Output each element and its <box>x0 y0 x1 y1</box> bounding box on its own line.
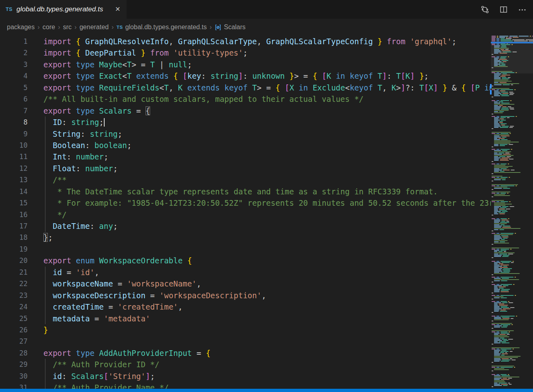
split-editor-icon[interactable] <box>499 5 508 14</box>
breadcrumb-separator: › <box>109 24 116 31</box>
code-line: * The DateTime scalar type represents da… <box>43 186 533 197</box>
text-cursor <box>104 118 105 127</box>
code-line: Float: number; <box>43 163 533 174</box>
code-line: export type Scalars = { <box>43 105 533 116</box>
code-line: }; <box>43 232 533 243</box>
code-line: workspaceDescription = 'workspaceDescrip… <box>43 290 533 301</box>
code-line: export type AddAuthProviderInput = { <box>43 347 533 359</box>
code-line <box>43 336 533 347</box>
code-line: createdTime = 'createdTime', <box>43 301 533 312</box>
breadcrumb-item-generated[interactable]: generated <box>80 24 109 31</box>
code-line: DateTime: any; <box>43 220 533 232</box>
tab-title: global.db.types.generated.ts <box>17 5 103 13</box>
typescript-file-icon: TS <box>6 6 13 12</box>
breadcrumb-separator: › <box>207 24 215 31</box>
breadcrumb-item-file[interactable]: TS global.db.types.generated.ts <box>116 24 206 31</box>
tab-bar: TS global.db.types.generated.ts ✕ <box>0 0 533 19</box>
breadcrumb-item-src[interactable]: src <box>63 24 71 31</box>
breadcrumb-separator: › <box>35 24 43 31</box>
code-line: export type Maybe<T> = T | null; <box>43 59 533 70</box>
breadcrumb-file-label: global.db.types.generated.ts <box>125 24 207 31</box>
code-line: metadata = 'metadata' <box>43 313 533 324</box>
tab-global-db-types[interactable]: TS global.db.types.generated.ts ✕ <box>0 0 127 19</box>
minimap[interactable] <box>491 36 533 389</box>
minimap-marker <box>490 90 492 95</box>
more-actions-icon[interactable] <box>518 5 527 14</box>
code-line: import { GraphQLResolveInfo, GraphQLScal… <box>43 36 533 47</box>
code-line: Boolean: boolean; <box>43 140 533 151</box>
code-line: export type Exact<T extends { [key: stri… <box>43 70 533 82</box>
breadcrumb: packages › core › src › generated › TS g… <box>0 19 533 36</box>
breadcrumb-item-packages[interactable]: packages <box>7 24 35 31</box>
close-icon[interactable]: ✕ <box>114 5 122 14</box>
minimap-marker <box>490 84 492 88</box>
code-line: Int: number; <box>43 151 533 162</box>
editor-area: 1234567891011121314151617181920212223242… <box>0 36 533 389</box>
gutter: 1234567891011121314151617181920212223242… <box>0 36 28 389</box>
code-line: String: string; <box>43 128 533 140</box>
type-symbol-icon <box>215 24 221 31</box>
code-line: export type RequireFields<T, K extends k… <box>43 82 533 93</box>
code-line: */ <box>43 209 533 220</box>
editor-actions <box>480 0 533 19</box>
code-line: * For example: "1985-04-12T23:20:50.52Z"… <box>43 197 533 209</box>
breadcrumb-separator: › <box>72 24 80 31</box>
code-line: id = 'id', <box>43 267 533 278</box>
typescript-file-icon: TS <box>116 25 123 30</box>
code-lines[interactable]: import { GraphQLResolveInfo, GraphQLScal… <box>28 36 533 389</box>
breadcrumb-item-scalars[interactable]: Scalars <box>215 24 245 31</box>
code-line: } <box>43 324 533 336</box>
code-line: /** All built-in and custom scalars, map… <box>43 93 533 105</box>
code-line: /** Auth Provider ID */ <box>43 359 533 370</box>
code-line: /** <box>43 174 533 185</box>
code-line: workspaceName = 'workspaceName', <box>43 278 533 289</box>
code-line: import { DeepPartial } from 'utility-typ… <box>43 47 533 58</box>
status-bar <box>0 389 533 392</box>
code-line: export enum WorkspaceOrderable { <box>43 255 533 266</box>
code-line <box>43 243 533 255</box>
minimap-canvas <box>491 36 533 389</box>
breadcrumb-item-core[interactable]: core <box>43 24 55 31</box>
breadcrumb-separator: › <box>55 24 63 31</box>
code-line: id: Scalars['String']; <box>43 370 533 382</box>
code-line: /** Auth Provider Name */ <box>43 382 533 389</box>
open-changes-icon[interactable] <box>480 5 489 14</box>
code-line: ID: string; <box>43 116 533 128</box>
breadcrumb-symbol-label: Scalars <box>224 24 245 31</box>
